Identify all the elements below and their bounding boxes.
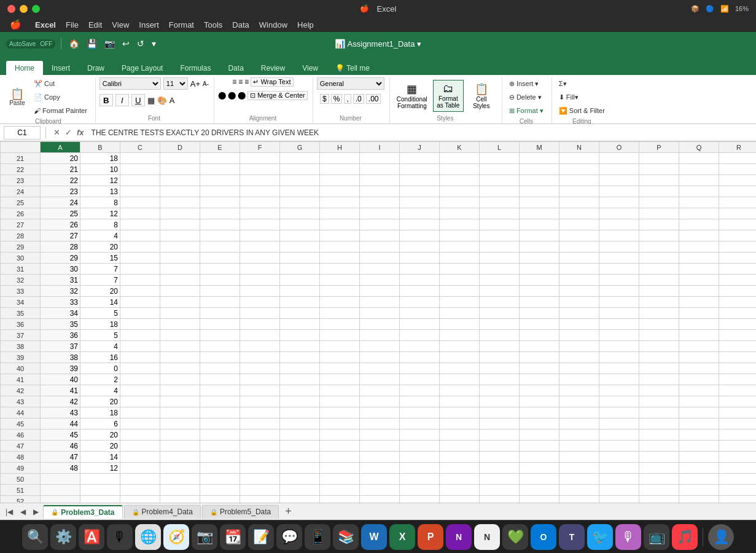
cell-m[interactable] [520, 197, 559, 208]
cell-f[interactable] [240, 253, 280, 264]
cell-k[interactable] [440, 153, 480, 164]
redo-button[interactable]: ↺ [135, 37, 146, 50]
cell-k[interactable] [440, 463, 480, 474]
cell-q[interactable] [679, 319, 719, 330]
cell-l[interactable] [480, 286, 520, 297]
cell-p[interactable] [639, 396, 679, 407]
cell-o[interactable] [599, 485, 639, 496]
cell-i[interactable] [360, 241, 400, 253]
cell-r[interactable] [719, 319, 757, 330]
cancel-formula-icon[interactable]: ✕ [53, 128, 60, 137]
cell-d[interactable] [160, 164, 200, 175]
cell-h[interactable] [320, 452, 360, 463]
cell-b[interactable] [80, 496, 120, 503]
row-header[interactable]: 39 [1, 352, 41, 363]
customize-icon[interactable]: ▾ [150, 37, 158, 50]
cell-h[interactable] [320, 241, 360, 253]
cell-d[interactable] [160, 452, 200, 463]
cell-p[interactable] [639, 352, 679, 363]
cell-o[interactable] [599, 230, 639, 241]
cell-e[interactable] [200, 385, 240, 396]
cell-k[interactable] [440, 308, 480, 319]
cell-m[interactable] [520, 374, 559, 385]
cell-a[interactable]: 38 [41, 352, 80, 363]
maximize-button[interactable] [32, 5, 40, 13]
cell-k[interactable] [440, 219, 480, 230]
close-button[interactable] [7, 5, 15, 13]
row-header[interactable]: 47 [1, 441, 41, 452]
format-cells-button[interactable]: ⊞ Format ▾ [506, 104, 547, 117]
cell-r[interactable] [719, 463, 757, 474]
cell-a[interactable]: 40 [41, 374, 80, 385]
cell-m[interactable] [520, 230, 559, 241]
cell-m[interactable] [520, 319, 559, 330]
cell-k[interactable] [440, 474, 480, 485]
dock-appstore[interactable]: 🅰️ [79, 524, 104, 550]
align-left-icon[interactable]: ⬤ [218, 91, 226, 100]
cell-a[interactable]: 33 [41, 297, 80, 308]
row-header[interactable]: 32 [1, 275, 41, 286]
cell-g[interactable] [280, 374, 320, 385]
row-header[interactable]: 38 [1, 341, 41, 352]
cell-c[interactable] [120, 330, 160, 341]
cell-b[interactable]: 5 [80, 330, 120, 341]
cell-p[interactable] [639, 429, 679, 441]
cell-k[interactable] [440, 186, 480, 197]
cell-c[interactable] [120, 164, 160, 175]
cell-n[interactable] [559, 407, 599, 418]
col-header-n[interactable]: N [559, 142, 599, 153]
cell-l[interactable] [480, 330, 520, 341]
cell-i[interactable] [360, 275, 400, 286]
cell-p[interactable] [639, 330, 679, 341]
cell-l[interactable] [480, 429, 520, 441]
fill-button[interactable]: ⬇ Fill▾ [556, 91, 608, 103]
cell-n[interactable] [559, 175, 599, 186]
cell-h[interactable] [320, 330, 360, 341]
cell-h[interactable] [320, 429, 360, 441]
cell-a[interactable]: 23 [41, 186, 80, 197]
dock-outlook[interactable]: O [531, 524, 556, 550]
cell-r[interactable] [719, 363, 757, 374]
cell-k[interactable] [440, 286, 480, 297]
cell-o[interactable] [599, 496, 639, 503]
cell-p[interactable] [639, 175, 679, 186]
col-header-a[interactable]: A [41, 142, 80, 153]
cell-q[interactable] [679, 474, 719, 485]
cell-j[interactable] [400, 308, 440, 319]
row-header[interactable]: 35 [1, 308, 41, 319]
cell-d[interactable] [160, 208, 200, 219]
dock-excel[interactable]: X [389, 524, 415, 550]
cell-l[interactable] [480, 219, 520, 230]
cell-r[interactable] [719, 407, 757, 418]
cell-r[interactable] [719, 441, 757, 452]
cell-m[interactable] [520, 275, 559, 286]
col-header-b[interactable]: B [80, 142, 120, 153]
row-header[interactable]: 44 [1, 407, 41, 418]
cell-c[interactable] [120, 352, 160, 363]
col-header-j[interactable]: J [400, 142, 440, 153]
cell-r[interactable] [719, 429, 757, 441]
cell-h[interactable] [320, 164, 360, 175]
cell-o[interactable] [599, 275, 639, 286]
insert-cells-button[interactable]: ⊕ Insert ▾ [506, 77, 547, 90]
cell-o[interactable] [599, 175, 639, 186]
percent-icon[interactable]: % [331, 94, 343, 104]
cell-g[interactable] [280, 197, 320, 208]
cell-g[interactable] [280, 385, 320, 396]
cell-p[interactable] [639, 385, 679, 396]
cell-o[interactable] [599, 452, 639, 463]
cell-r[interactable] [719, 186, 757, 197]
cell-l[interactable] [480, 418, 520, 429]
cell-l[interactable] [480, 197, 520, 208]
cell-n[interactable] [559, 330, 599, 341]
filename-dropdown[interactable]: ▾ [417, 39, 421, 49]
cell-a[interactable]: 46 [41, 441, 80, 452]
cell-g[interactable] [280, 407, 320, 418]
dock-word[interactable]: W [361, 524, 387, 550]
cell-l[interactable] [480, 441, 520, 452]
cell-g[interactable] [280, 275, 320, 286]
cell-o[interactable] [599, 341, 639, 352]
cell-c[interactable] [120, 385, 160, 396]
cell-f[interactable] [240, 385, 280, 396]
cell-b[interactable]: 20 [80, 429, 120, 441]
